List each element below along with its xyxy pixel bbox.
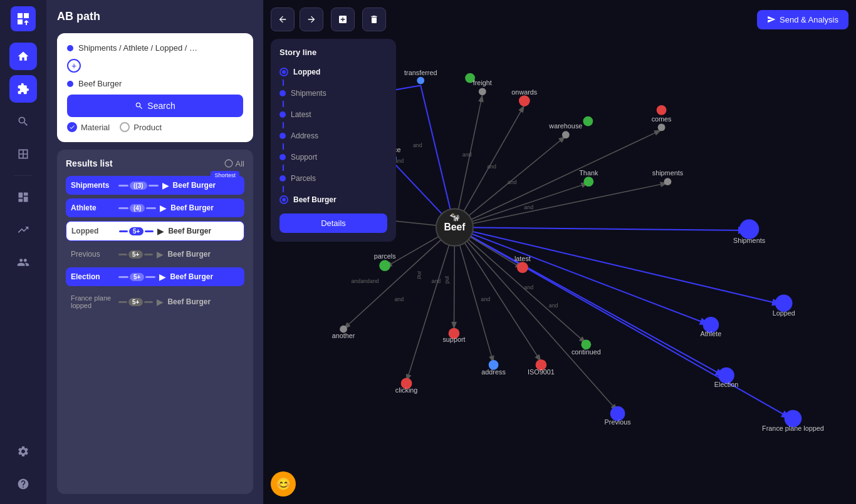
path-to-label: Beef Burger [78,79,122,88]
add-node-button[interactable] [331,8,355,31]
filter-row: Material Product [67,122,243,132]
story-label-lopped: Lopped [293,68,320,76]
label-and-4: and [462,152,472,158]
all-label: All [236,159,244,168]
path-from-label: Shipments / Athlete / Lopped / … [78,43,197,53]
material-checkbox[interactable] [67,122,77,132]
filter-product[interactable]: Product [120,122,162,132]
nav-item-search[interactable] [9,108,37,135]
details-label: Details [321,219,346,228]
nav-item-dashboard[interactable] [9,183,37,211]
story-label-address: Address [291,131,318,140]
label-thank: Thank [579,169,598,177]
result-row-election[interactable]: Election 5+ ▶ Beef Burger [66,267,244,286]
node-red-top-right[interactable] [657,105,667,115]
sidebar-panel: AB path Shipments / Athlete / Lopped / …… [47,0,263,504]
story-connector-2 [283,122,284,128]
label-shipments-far: Shipments [733,237,766,244]
nav-item-puzzle[interactable] [9,75,37,103]
story-item-lopped[interactable]: Lopped [279,64,387,80]
label-clicking: clicking [395,386,418,394]
arrow-shipments: ▶ [162,180,169,190]
label-and-8: and [432,278,441,284]
result-row-shipments[interactable]: Shortest Shipments ((3) ▶ Beef Burger [66,176,244,195]
delete-button[interactable] [362,8,386,31]
nav-item-table[interactable] [9,140,37,168]
story-connector-4 [283,165,284,171]
arrow-election: ▶ [159,272,166,282]
arrow-previous: ▶ [157,249,164,259]
node-freight[interactable] [479,88,486,95]
nav-item-help[interactable] [9,470,37,498]
svg-point-0 [225,160,232,167]
hops-shipments: ((3) [130,182,147,190]
node-thank[interactable] [583,177,593,187]
story-label-beef-burger: Beef Burger [293,195,337,204]
edge-beef-france [454,227,791,418]
story-item-support[interactable]: Support [279,150,387,165]
node-parcels[interactable] [379,260,390,271]
back-button[interactable] [271,8,295,31]
left-navigation [0,0,47,504]
story-item-shipments[interactable]: Shipments [279,86,387,101]
send-analysis-button[interactable]: Send & Analysis [757,10,848,29]
nav-item-analytics[interactable] [9,216,37,244]
story-item-parcels[interactable]: Parcels [279,171,387,186]
label-and-9: and [481,296,490,302]
label-onwards: onwards [511,88,538,96]
filter-material[interactable]: Material [67,122,110,132]
label-athlete-far: Athlete [701,331,722,338]
story-connector-3 [283,143,284,150]
avatar-button[interactable]: 😊 [271,471,296,496]
node-latest[interactable] [517,262,528,273]
node-comes[interactable] [658,124,665,131]
result-row-lopped[interactable]: Lopped 5+ ▶ Beef Burger [66,221,244,241]
label-and-13: andandand [351,278,378,284]
story-dot-lopped [279,68,288,76]
node-shipments-r[interactable] [664,178,672,185]
result-row-france[interactable]: France plane lopped 5+ ▶ Beef Burger [66,290,244,314]
story-item-latest[interactable]: Latest [279,107,387,122]
result-label-france: France plane lopped [71,294,115,309]
story-item-beef-burger[interactable]: Beef Burger [279,192,387,207]
edge-beef-athlete [454,227,709,325]
path-add-item[interactable]: + [67,59,243,73]
story-item-address[interactable]: Address [279,128,387,143]
label-shipments-r: shipments [652,169,684,177]
nav-item-home[interactable] [9,43,37,70]
search-label: Search [147,101,175,111]
path-to-dot [67,81,73,87]
path-add-button[interactable]: + [67,59,81,73]
story-dot-support [279,154,286,160]
details-button[interactable]: Details [279,213,387,233]
result-label-shipments: Shipments [71,181,115,190]
story-connector-5 [283,186,284,192]
label-and-7: and [524,204,533,210]
label-and-6: and [508,179,517,185]
label-and-3: and [413,142,422,148]
all-button[interactable]: All [224,159,244,168]
shortest-badge: Shortest [211,171,239,180]
result-row-previous[interactable]: Previous 5+ ▶ Beef Burger [66,245,244,264]
story-connector-1 [283,101,284,107]
edge-beef-shipments [454,227,748,230]
label-another: another [332,332,355,339]
forward-button[interactable] [300,8,323,31]
path-card: Shipments / Athlete / Lopped / … + Beef … [57,33,253,142]
dest-lopped: Beef Burger [168,227,239,235]
search-button[interactable]: Search [67,95,243,117]
node-onwards[interactable] [519,95,530,106]
nav-item-users[interactable] [9,249,37,276]
story-dot-beef-burger [279,195,288,204]
product-checkbox[interactable] [120,122,130,132]
logo[interactable] [11,6,36,31]
node-green-mid[interactable] [583,116,593,126]
edge-beef-comes [454,130,661,227]
node-transferred[interactable] [417,77,424,85]
label-put-2: put [444,275,450,284]
node-warehouse[interactable] [562,131,570,138]
nav-item-settings[interactable] [9,438,37,465]
result-row-athlete[interactable]: Athlete (4) ▶ Beef Burger [66,198,244,217]
dest-shipments: Beef Burger [173,181,239,190]
hops-election: 5+ [130,273,144,281]
